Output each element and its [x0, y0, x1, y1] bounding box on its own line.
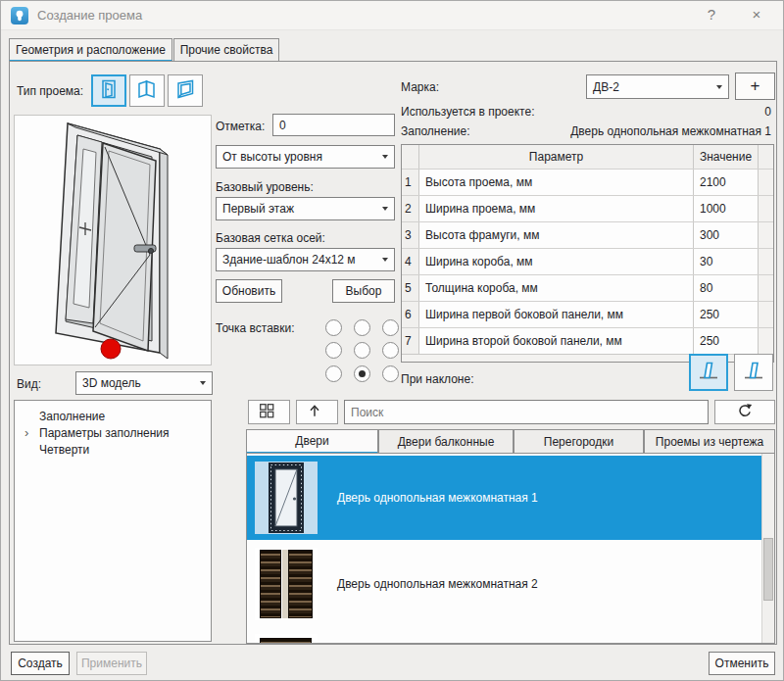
door-thumbnail — [255, 548, 318, 620]
window-icon — [136, 78, 158, 104]
grid-view-icon — [258, 402, 275, 423]
door-thumbnail — [255, 634, 318, 644]
table-row[interactable]: 6 Ширина первой боковой панели, мм 250 — [402, 301, 773, 327]
table-row[interactable]: 4 Ширина короба, мм 30 — [402, 248, 773, 274]
table-row[interactable]: 3 Высота фрамуги, мм 300 — [402, 221, 773, 248]
insertion-radio-middle-left[interactable] — [325, 342, 342, 359]
refresh-button[interactable] — [714, 400, 775, 424]
tree-item-quarters[interactable]: Четверти — [15, 441, 211, 458]
search-input[interactable] — [344, 400, 709, 424]
table-header-value: Значение — [694, 145, 759, 169]
type-window-button[interactable] — [129, 74, 165, 107]
catalog-tab-openings-from-drawing[interactable]: Проемы из чертежа — [644, 429, 775, 454]
fill-tree: Заполнение › Параметры заполнения Четвер… — [14, 400, 212, 642]
fill-value: Дверь однопольная межкомнатная 1 — [570, 124, 771, 138]
inclined-opening-icon — [697, 359, 720, 386]
door-preview — [14, 115, 212, 365]
create-opening-dialog: Создание проема ? × Геометрия и располож… — [0, 0, 784, 681]
mark-label: Отметка: — [216, 120, 265, 133]
catalog-tab-partitions[interactable]: Перегородки — [514, 429, 644, 454]
add-marka-button[interactable]: + — [735, 73, 775, 100]
view-mode-button[interactable] — [248, 400, 290, 424]
incline-label: При наклоне: — [401, 372, 473, 386]
table-row[interactable]: 7 Ширина второй боковой панели, мм 250 — [402, 327, 773, 354]
scrollbar-thumb[interactable] — [763, 538, 773, 601]
tab-geometry[interactable]: Геометрия и расположение — [9, 38, 172, 62]
cancel-button[interactable]: Отменить — [709, 652, 775, 675]
tree-item-fill[interactable]: Заполнение — [15, 408, 211, 424]
list-item-label: Дверь однопольная межкомнатная 1 — [337, 491, 538, 505]
chevron-down-icon — [716, 85, 722, 89]
preview-door-image — [15, 116, 213, 365]
list-item-door-3-partial[interactable] — [247, 628, 761, 644]
marka-select[interactable]: ДВ-2 — [586, 74, 729, 99]
arrow-up-icon — [307, 403, 322, 422]
params-table: Параметр Значение 1 Высота проема, мм 21… — [401, 144, 774, 363]
chevron-down-icon — [382, 155, 388, 159]
table-header-param: Параметр — [419, 145, 694, 169]
insertion-radio-middle-center[interactable] — [354, 342, 370, 359]
tree-item-fill-params[interactable]: › Параметры заполнения — [15, 424, 211, 441]
catalog-tab-balcony-doors[interactable]: Двери балконные — [378, 429, 514, 454]
list-scrollbar[interactable] — [761, 454, 774, 643]
refresh-icon — [736, 402, 754, 423]
door-thumbnail — [255, 462, 318, 534]
used-in-project-value: 0 — [764, 105, 771, 119]
base-level-select[interactable]: Первый этаж — [216, 197, 395, 220]
chevron-right-icon[interactable]: › — [24, 425, 28, 440]
opening-type-label: Тип проема: — [17, 84, 83, 98]
axis-grid-label: Базовая сетка осей: — [216, 231, 325, 245]
chevron-down-icon — [382, 207, 388, 211]
insertion-radio-top-right[interactable] — [382, 319, 399, 336]
axis-grid-select[interactable]: Здание-шаблон 24x12 м — [216, 248, 395, 271]
table-scrollbar-gutter[interactable] — [759, 145, 773, 169]
catalog-tab-doors[interactable]: Двери — [246, 429, 378, 454]
window-title: Создание проема — [37, 8, 142, 23]
fill-label: Заполнение: — [401, 124, 469, 138]
inclined-opening-icon — [742, 359, 765, 386]
apply-button[interactable]: Применить — [76, 652, 147, 675]
type-door-button[interactable] — [91, 74, 126, 107]
chevron-down-icon — [382, 258, 388, 262]
table-row[interactable]: 1 Высота проема, мм 2100 — [402, 169, 773, 195]
door-icon — [98, 78, 120, 104]
table-row[interactable]: 5 Толщина короба, мм 80 — [402, 274, 773, 301]
titlebar: Создание проема ? × — [1, 1, 783, 30]
list-item-door-2[interactable]: Дверь однопольная межкомнатная 2 — [247, 542, 761, 626]
mark-input[interactable] — [272, 114, 395, 136]
app-icon — [11, 7, 28, 24]
niche-icon — [174, 78, 196, 104]
incline-option-2-button[interactable] — [734, 354, 773, 391]
view-label: Вид: — [17, 377, 41, 391]
update-button[interactable]: Обновить — [216, 279, 282, 303]
insertion-radio-middle-right[interactable] — [382, 342, 399, 359]
incline-option-1-button[interactable] — [689, 354, 728, 391]
marka-label: Марка: — [401, 80, 439, 94]
sort-direction-button[interactable] — [296, 400, 338, 424]
insertion-point-label: Точка вставки: — [216, 321, 295, 335]
help-button[interactable]: ? — [699, 6, 724, 25]
create-button[interactable]: Создать — [11, 652, 70, 675]
list-item-label: Дверь однопольная межкомнатная 2 — [337, 577, 538, 591]
table-row[interactable]: 2 Ширина проема, мм 1000 — [402, 195, 773, 221]
insertion-point-marker — [101, 339, 121, 359]
catalog-list: Дверь однопольная межкомнатная 1 Дверь о… — [246, 453, 775, 644]
chevron-down-icon — [200, 381, 206, 385]
tab-other-properties[interactable]: Прочие свойства — [173, 38, 279, 62]
view-select[interactable]: 3D модель — [75, 371, 213, 395]
close-button[interactable]: × — [744, 6, 769, 25]
list-item-door-1[interactable]: Дверь однопольная межкомнатная 1 — [247, 456, 761, 540]
insertion-radio-bottom-center[interactable] — [354, 365, 370, 382]
insertion-radio-bottom-right[interactable] — [382, 365, 399, 382]
used-in-project-label: Используется в проекте: — [401, 105, 534, 119]
table-header-row: Параметр Значение — [402, 145, 773, 169]
insertion-radio-bottom-left[interactable] — [325, 365, 342, 382]
base-level-label: Базовый уровень: — [216, 180, 314, 194]
choose-button[interactable]: Выбор — [332, 279, 395, 303]
insertion-radio-top-left[interactable] — [325, 319, 342, 336]
offset-mode-select[interactable]: От высоты уровня — [216, 145, 395, 169]
insertion-radio-top-center[interactable] — [354, 319, 370, 336]
type-niche-button[interactable] — [168, 74, 203, 107]
